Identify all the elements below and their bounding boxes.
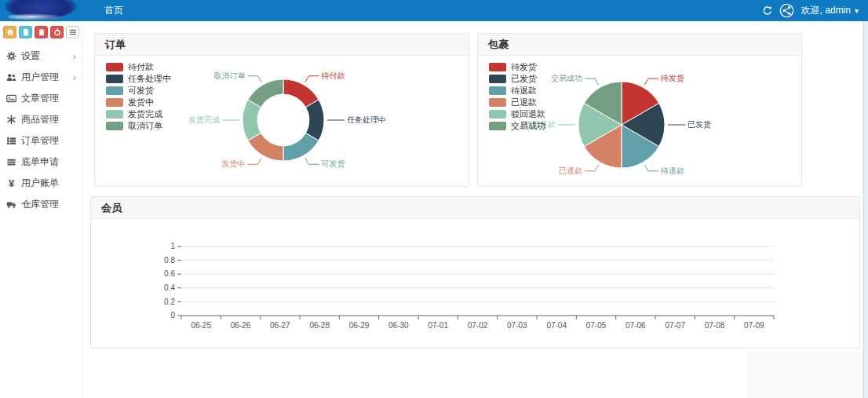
sidebar-item-label: 设置 [21, 49, 40, 63]
users-icon [5, 72, 18, 82]
legend-item[interactable]: 任务处理中 [106, 74, 171, 83]
slice-label: 取消订单 [214, 71, 246, 80]
sidebar-item-label: 底单申请 [21, 155, 59, 169]
sidebar-item-orders[interactable]: 订单管理 [0, 130, 82, 152]
legend-item[interactable]: 发货中 [106, 97, 154, 107]
power-icon[interactable] [50, 26, 64, 38]
x-tick-label: 07-01 [428, 321, 448, 330]
avatar-icon[interactable] [779, 3, 794, 18]
refresh-icon[interactable] [762, 5, 772, 16]
sidebar-item-label: 用户账单 [21, 177, 59, 190]
label-line [645, 165, 659, 171]
logo-image[interactable] [0, 0, 82, 21]
legend-label: 可发货 [128, 86, 154, 95]
sidebar-item-label: 商品管理 [21, 113, 59, 126]
label-line [248, 76, 262, 82]
home-icon[interactable] [3, 26, 16, 38]
welcome-text[interactable]: 欢迎, admin [801, 4, 851, 17]
legend-label: 交易成功 [511, 121, 545, 130]
slice-label: 交易成功 [551, 74, 582, 82]
slice-label: 可发货 [321, 159, 345, 168]
legend-label: 已发货 [511, 74, 537, 83]
label-line [305, 76, 319, 82]
y-tick-label: 0.2 [164, 298, 175, 306]
y-tick-label: 1 [170, 242, 175, 250]
packages-chart: 待发货已发货待退款已退款驳回退款交易成功待发货已发货待退款已退款驳回退款交易成功 [478, 56, 801, 189]
sidebar-item-settings[interactable]: 设置 › [0, 46, 82, 67]
legend-label: 待付款 [128, 62, 154, 71]
slice-label: 待发货 [660, 74, 684, 82]
slice-label: 待付款 [321, 71, 345, 80]
legend-label: 取消订单 [128, 121, 162, 130]
legend-item[interactable]: 发货完成 [106, 109, 162, 119]
legend-item[interactable]: 可发货 [106, 86, 154, 95]
sidebar-item-label: 用户管理 [21, 71, 59, 84]
trash-icon[interactable] [35, 26, 48, 38]
sidebar-item-users[interactable]: 用户管理 › [0, 67, 82, 88]
chevron-right-icon: › [73, 51, 76, 61]
x-tick-label: 06-26 [231, 321, 251, 330]
legend-label: 待退款 [511, 86, 537, 95]
image-icon [5, 93, 18, 104]
orders-panel: 订单 待付款任务处理中可发货发货中发货完成取消订单待付款任务处理中可发货发货中发… [94, 33, 469, 187]
sidebar-item-receipt-request[interactable]: 底单申请 [0, 152, 82, 173]
legend-item[interactable]: 已退款 [489, 97, 537, 107]
legend-label: 待发货 [511, 62, 537, 71]
packages-panel: 包裹 待发货已发货待退款已退款驳回退款交易成功待发货已发货待退款已退款驳回退款交… [477, 33, 802, 187]
legend-item[interactable]: 待发货 [489, 62, 537, 71]
label-line [585, 165, 599, 171]
label-line [585, 79, 599, 85]
footer-shade [747, 352, 863, 398]
legend-label: 已退款 [511, 97, 537, 107]
x-tick-label: 06-30 [388, 321, 409, 330]
packages-pie-chart: 待发货已发货待退款已退款驳回退款交易成功待发货已发货待退款已退款驳回退款交易成功 [478, 56, 801, 186]
scrollbar[interactable] [863, 21, 868, 398]
legend-item[interactable]: 待付款 [106, 62, 154, 71]
sidebar-item-articles[interactable]: 文章管理 [0, 88, 82, 109]
orders-panel-title: 订单 [95, 34, 469, 56]
sidebar-item-label: 订单管理 [21, 134, 59, 148]
packages-panel-title: 包裹 [478, 34, 801, 56]
x-tick-label: 07-07 [665, 321, 685, 330]
legend-item[interactable]: 交易成功 [489, 121, 545, 130]
legend-item[interactable]: 待退款 [489, 86, 537, 95]
navbar-right: 欢迎, admin ▾ [762, 0, 859, 21]
y-tick-label: 0.6 [164, 269, 175, 278]
legend-label: 驳回退款 [511, 109, 545, 119]
slice-label: 发货完成 [188, 115, 220, 124]
sidebar: 设置 › 用户管理 › 文章管理 [0, 21, 82, 398]
members-panel-title: 会员 [91, 197, 859, 219]
sidebar-item-label: 文章管理 [21, 92, 59, 105]
sidebar-item-label: 仓库管理 [21, 198, 59, 211]
legend-item[interactable]: 取消订单 [106, 121, 162, 130]
legend-item[interactable]: 驳回退款 [489, 109, 545, 119]
x-tick-label: 07-05 [586, 321, 607, 330]
label-line [248, 158, 262, 164]
y-tick-label: 0.8 [164, 256, 175, 265]
slice-label: 发货中 [222, 159, 246, 168]
top-navbar: 首页 欢迎, admin ▾ [0, 0, 868, 21]
pie-slice-5[interactable] [248, 79, 283, 108]
sidebar-item-products[interactable]: 商品管理 [0, 109, 82, 130]
pie-slice-2[interactable] [283, 133, 319, 162]
yen-icon: ¥ [5, 177, 18, 189]
x-tick-label: 07-04 [546, 321, 567, 330]
sidebar-item-user-bills[interactable]: ¥ 用户账单 [0, 173, 82, 194]
list-icon[interactable] [66, 26, 79, 38]
legend-item[interactable]: 已发货 [489, 74, 537, 83]
x-tick-label: 07-06 [625, 321, 646, 330]
y-tick-label: 0.4 [164, 283, 175, 292]
legend-label: 发货完成 [128, 109, 162, 119]
chevron-right-icon: › [73, 72, 76, 82]
file-icon[interactable] [19, 26, 32, 38]
caret-down-icon[interactable]: ▾ [855, 6, 859, 15]
bars-icon [5, 157, 18, 167]
sidebar-item-warehouse[interactable]: 仓库管理 [0, 194, 82, 215]
y-tick-label: 0 [170, 311, 175, 319]
slice-label: 已发货 [687, 120, 711, 129]
tab-home[interactable]: 首页 [98, 0, 129, 21]
members-panel: 会员 00.20.40.60.8106-2506-2606-2706-2806-… [90, 196, 860, 349]
members-line-chart: 00.20.40.60.8106-2506-2606-2706-2806-290… [91, 219, 859, 348]
gear-icon [5, 51, 18, 61]
x-tick-label: 07-02 [468, 321, 488, 330]
